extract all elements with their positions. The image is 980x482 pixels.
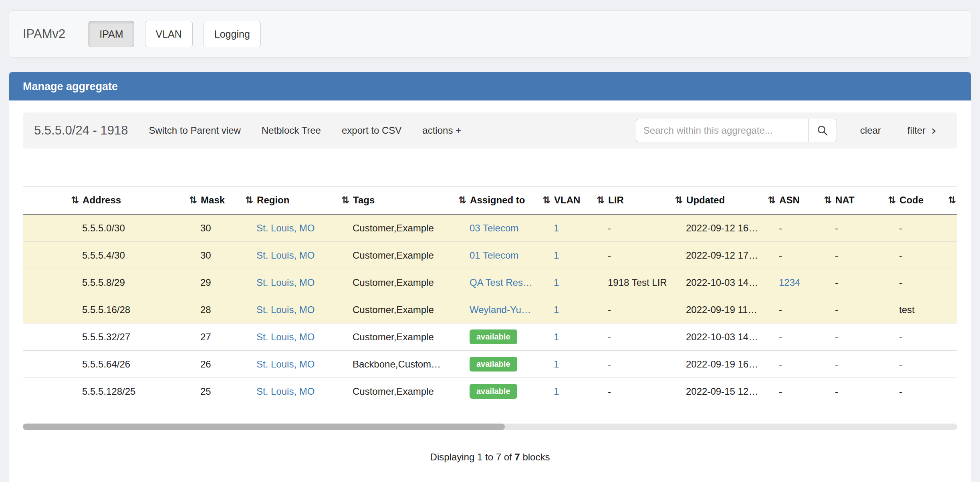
vlan-link[interactable]: 1 xyxy=(554,386,559,397)
column-header-mask[interactable]: ⇅Mask xyxy=(185,187,241,215)
clear-link[interactable]: clear xyxy=(860,125,881,136)
code-value: - xyxy=(899,250,902,261)
mask-value-cell: 30 xyxy=(185,215,241,242)
table-head: ⇅Address⇅Mask⇅Region⇅Tags⇅Assigned to⇅VL… xyxy=(23,187,957,215)
asn-value[interactable]: 1234 xyxy=(779,277,800,288)
switch-parent-view-link[interactable]: Switch to Parent view xyxy=(149,125,240,136)
horizontal-scrollbar[interactable] xyxy=(23,424,957,430)
search-input[interactable] xyxy=(636,119,808,142)
available-badge: available xyxy=(470,329,517,344)
assigned-cell: available xyxy=(454,378,538,405)
column-label: Assigned to xyxy=(470,195,525,205)
updated-value: 2022-09-12 17… xyxy=(686,250,758,261)
row-spacer xyxy=(23,215,67,242)
region-link[interactable]: St. Louis, MO xyxy=(256,223,315,233)
assigned-link[interactable]: 01 Telecom xyxy=(470,250,518,261)
vlan-link[interactable]: 1 xyxy=(554,277,559,288)
region-link[interactable]: St. Louis, MO xyxy=(256,277,315,288)
table-row[interactable]: 5.5.5.8/2929St. Louis, MOCustomer,Exampl… xyxy=(23,269,957,296)
table-row[interactable]: 5.5.5.0/3030St. Louis, MOCustomer,Exampl… xyxy=(23,215,957,242)
column-header-lir[interactable]: ⇅LIR xyxy=(593,187,671,215)
updated-value: 2022-10-03 14… xyxy=(686,277,758,288)
vlan-link-cell: 1 xyxy=(538,323,593,351)
asn-value-cell: - xyxy=(764,378,820,405)
column-header-updated[interactable]: ⇅Updated xyxy=(671,187,764,215)
nat-value-cell: - xyxy=(820,351,884,378)
asn-value: - xyxy=(779,304,782,315)
tags-value-cell: Customer,Example xyxy=(337,296,454,323)
code-value: - xyxy=(899,223,902,233)
tab-logging[interactable]: Logging xyxy=(204,21,261,47)
pagination-prefix: Displaying 1 to 7 of xyxy=(430,452,512,462)
lir-value-cell: - xyxy=(593,296,671,323)
aggregate-title: 5.5.5.0/24 - 1918 xyxy=(34,123,128,138)
nat-value-cell: - xyxy=(820,296,884,323)
filter-link[interactable]: filter › xyxy=(907,124,936,137)
mask-value-cell: 30 xyxy=(185,242,241,269)
region-link[interactable]: St. Louis, MO xyxy=(256,304,315,315)
column-label: Region xyxy=(257,195,289,205)
table-row[interactable]: 5.5.5.64/2626St. Louis, MOBackbone,Custo… xyxy=(23,351,957,378)
asn-value: - xyxy=(779,223,782,233)
region-link[interactable]: St. Louis, MO xyxy=(256,331,315,342)
assigned-link[interactable]: 03 Telecom xyxy=(470,223,518,233)
row-spacer xyxy=(23,323,67,351)
sort-icon: ⇅ xyxy=(768,195,776,206)
column-header-code[interactable]: ⇅Code xyxy=(884,187,944,215)
column-label: Tags xyxy=(353,195,375,205)
address-value-cell: 5.5.5.8/29 xyxy=(67,269,185,296)
panel-body: 5.5.5.0/24 - 1918 Switch to Parent view … xyxy=(9,112,971,463)
column-header-asn[interactable]: ⇅ASN xyxy=(764,187,820,215)
nat-value-cell: - xyxy=(820,269,884,296)
row-extra xyxy=(944,351,957,378)
table-row[interactable]: 5.5.5.16/2828St. Louis, MOCustomer,Examp… xyxy=(23,296,957,323)
mask-value: 30 xyxy=(200,250,211,261)
vlan-link[interactable]: 1 xyxy=(554,331,559,342)
manage-aggregate-panel: Manage aggregate 5.5.5.0/24 - 1918 Switc… xyxy=(9,72,971,482)
region-link[interactable]: St. Louis, MO xyxy=(256,386,315,397)
vlan-link[interactable]: 1 xyxy=(554,223,559,233)
tab-vlan[interactable]: VLAN xyxy=(145,21,193,47)
updated-value-cell: 2022-10-03 14… xyxy=(671,269,764,296)
region-link[interactable]: St. Louis, MO xyxy=(256,359,315,370)
row-spacer xyxy=(23,242,67,269)
export-csv-link[interactable]: export to CSV xyxy=(342,125,401,136)
netblock-tree-link[interactable]: Netblock Tree xyxy=(262,125,321,136)
asn-value: - xyxy=(779,386,782,397)
region-link-cell: St. Louis, MO xyxy=(241,296,337,323)
column-header-address[interactable]: ⇅Address xyxy=(67,187,185,215)
column-header-assigned-to[interactable]: ⇅Assigned to xyxy=(454,187,538,215)
mask-value-cell: 26 xyxy=(185,351,241,378)
tab-ipam[interactable]: IPAM xyxy=(89,21,134,47)
column-header-vlan[interactable]: ⇅VLAN xyxy=(538,187,593,215)
vlan-link[interactable]: 1 xyxy=(554,359,559,370)
search-button[interactable] xyxy=(808,119,837,142)
code-value: - xyxy=(899,386,902,397)
tags-value-cell: Customer,Example xyxy=(337,269,454,296)
table-row[interactable]: 5.5.5.32/2727St. Louis, MOCustomer,Examp… xyxy=(23,323,957,351)
column-header-extra[interactable]: ⇅ xyxy=(944,187,957,215)
tags-value-cell: Customer,Example xyxy=(337,378,454,405)
address-value-cell: 5.5.5.4/30 xyxy=(67,242,185,269)
mask-value: 28 xyxy=(200,304,211,315)
sort-icon: ⇅ xyxy=(948,195,956,206)
vlan-link[interactable]: 1 xyxy=(554,304,559,315)
scrollbar-thumb[interactable] xyxy=(23,424,505,430)
column-label: Updated xyxy=(686,195,725,205)
mask-value-cell: 25 xyxy=(185,378,241,405)
tags-value: Customer,Example xyxy=(353,386,434,397)
navbar: IPAMv2 IPAM VLAN Logging xyxy=(9,10,971,58)
column-header-nat[interactable]: ⇅NAT xyxy=(820,187,884,215)
assigned-link[interactable]: Weyland-Yu… xyxy=(470,304,531,315)
vlan-link[interactable]: 1 xyxy=(554,250,559,261)
table-row[interactable]: 5.5.5.4/3030St. Louis, MOCustomer,Exampl… xyxy=(23,242,957,269)
region-link[interactable]: St. Louis, MO xyxy=(256,250,315,261)
column-header-region[interactable]: ⇅Region xyxy=(241,187,337,215)
table-row[interactable]: 5.5.5.128/2525St. Louis, MOCustomer,Exam… xyxy=(23,378,957,405)
actions-menu[interactable]: actions + xyxy=(422,125,461,136)
assigned-link[interactable]: QA Test Res… xyxy=(470,277,532,288)
sort-icon: ⇅ xyxy=(824,195,832,206)
nat-value: - xyxy=(835,250,838,261)
column-header-tags[interactable]: ⇅Tags xyxy=(337,187,454,215)
available-badge: available xyxy=(470,357,517,372)
